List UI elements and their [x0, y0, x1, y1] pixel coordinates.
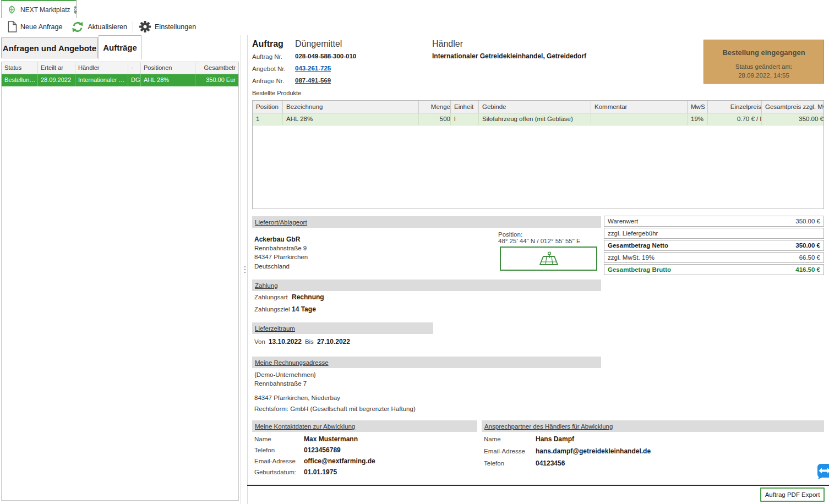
total-label: Gesamtbetrag Brutto: [608, 266, 671, 273]
offer-number-label: Angebot Nr.: [252, 65, 286, 72]
cell-kommentar: [591, 113, 688, 125]
my-birthdate-value: 01.01.1975: [304, 468, 337, 476]
toolbar: Neue Anfrage Aktualisieren: [0, 18, 829, 35]
dealer-name-value: Hans Dampf: [536, 435, 574, 443]
payment-term-value: 14 Tage: [292, 305, 316, 313]
dealer-name: Internationaler Getreidekleinhandel, Get…: [432, 52, 586, 60]
show-map-button[interactable]: [500, 246, 597, 271]
total-row-mwst: zzgl. MwSt. 19% 66.50 €: [604, 252, 824, 263]
billing-address-header: Meine Rechnungsadresse: [252, 357, 601, 368]
payment-header: Zahlung: [252, 280, 601, 291]
close-icon[interactable]: ×: [74, 6, 77, 14]
my-phone-label: Telefon: [254, 447, 275, 453]
total-row-netto: Gesamtbetrag Netto 350.00 €: [604, 240, 824, 251]
order-number-value: 028-049-588-300-010: [295, 53, 356, 59]
cell-gebinde: Silofahrzeug offen (mit Gebläse): [479, 113, 591, 125]
to-label: Bis: [305, 338, 314, 345]
tab-next-marktplatz[interactable]: NEXT Marktplatz ×: [1, 0, 77, 18]
remote-support-icon[interactable]: [817, 463, 829, 481]
billing-line-1: {Demo-Unternehmen}: [254, 371, 316, 378]
dealer-phone-label: Telefon: [484, 460, 504, 467]
delivery-period-row: Von 13.10.2022 Bis 27.10.2022: [254, 338, 350, 346]
total-value: 350.00 €: [795, 242, 820, 249]
col-einheit[interactable]: Einheit: [451, 101, 479, 113]
total-label: zzgl. Liefergebühr: [608, 230, 658, 237]
dealer-phone-value: 04123456: [536, 459, 565, 467]
delivery-period-header: Lieferzeitraum: [252, 322, 433, 334]
billing-line-3: 84347 Pfarrkirchen, Niederbay: [254, 395, 340, 401]
pdf-export-button[interactable]: Auftrag PDF Export: [760, 487, 825, 502]
cell-einzelpreis: 0.70 € / l: [708, 113, 762, 125]
col-position[interactable]: Position: [253, 101, 283, 113]
settings-button[interactable]: Einstellungen: [134, 19, 200, 35]
product-row[interactable]: 1 AHL 28% 500 l Silofahrzeug offen (mit …: [253, 113, 823, 125]
cell-status: Bestellun…: [2, 74, 38, 86]
col-bezeichnung[interactable]: Bezeichnung: [283, 101, 419, 113]
refresh-label: Aktualisieren: [88, 23, 127, 31]
tab-title: NEXT Marktplatz: [20, 6, 70, 14]
position-coordinates: 48° 25' 44" N / 012° 55' 55" E: [498, 238, 581, 244]
col-einzelpreis[interactable]: Einzelpreis: [708, 101, 762, 113]
billing-line-4: Rechtsform: GmbH (Gesellschaft mit begre…: [254, 406, 416, 412]
cell-positionen: AHL 28%: [141, 74, 195, 86]
footer-divider: [247, 485, 829, 486]
from-date: 13.10.2022: [269, 338, 302, 346]
col-gesamtbetrag[interactable]: Gesamtbetr: [195, 62, 238, 74]
my-birthdate-label: Geburtsdatum:: [254, 469, 296, 475]
request-number-link[interactable]: 087-491-569: [295, 77, 331, 84]
col-kommentar[interactable]: Kommentar: [591, 101, 688, 113]
dealer-email-label: Email-Adresse: [484, 448, 525, 454]
order-category: Düngemittel: [295, 39, 342, 49]
cell-haendler: Internationaler …: [75, 74, 128, 86]
col-positionen[interactable]: Positionen: [141, 62, 195, 74]
order-status-box: Bestellung eingegangen Status geändert a…: [703, 40, 824, 84]
dealer-email-value: hans.dampf@getreidekleinhandel.de: [536, 447, 651, 455]
col-gebinde[interactable]: Gebinde: [479, 101, 591, 113]
my-email-value: office@nextfarming.de: [304, 457, 375, 465]
col-mwst[interactable]: MwS: [688, 101, 708, 113]
next-logo-icon: [7, 5, 17, 14]
products-header: Position Bezeichnung Menge Einheit Gebin…: [253, 101, 823, 113]
orders-list: Status Erteilt ar Händler · Positionen G…: [1, 62, 239, 501]
tab-anfragen-und-angebote[interactable]: Anfragen und Angebote: [1, 37, 98, 58]
dealer-contact-header-label: Ansprechpartner des Händlers für Abwickl…: [484, 423, 613, 430]
position-label: Position:: [498, 231, 522, 238]
cell-position: 1: [253, 113, 283, 125]
delivery-location-header-label: Lieferort/Ablageort: [255, 219, 307, 226]
pdf-export-label: Auftrag PDF Export: [765, 491, 820, 498]
order-number-label: Auftrag Nr.: [252, 53, 282, 60]
total-value: 350.00 €: [795, 218, 820, 224]
splitter-line-left: [241, 35, 241, 504]
refresh-icon: [71, 21, 84, 33]
delivery-country: Deutschland: [254, 263, 290, 270]
app-window: NEXT Marktplatz × Neue Anfrage: [0, 0, 829, 504]
col-typ[interactable]: ·: [128, 62, 141, 74]
payment-type-value: Rechnung: [292, 293, 324, 301]
offer-number-link[interactable]: 043-261-725: [295, 65, 331, 72]
total-row-warenwert: Warenwert 350.00 €: [604, 216, 824, 227]
order-row-selected[interactable]: Bestellun… 28.09.2022 Internationaler … …: [2, 74, 238, 86]
new-request-button[interactable]: Neue Anfrage: [3, 19, 67, 35]
delivery-location-header: Lieferort/Ablageort: [252, 216, 601, 228]
col-gesamtpreis[interactable]: Gesamtpreis zzgl. MwS: [762, 101, 823, 113]
settings-label: Einstellungen: [155, 23, 196, 31]
my-contact-header-label: Meine Kontaktdaten zur Abwicklung: [255, 423, 355, 430]
tab-auftraege[interactable]: Aufträge: [99, 35, 141, 59]
orders-list-header: Status Erteilt ar Händler · Positionen G…: [2, 62, 238, 74]
cell-bezeichnung: AHL 28%: [283, 113, 419, 125]
refresh-button[interactable]: Aktualisieren: [67, 19, 132, 35]
dealer-heading: Händler: [432, 39, 463, 49]
status-title: Bestellung eingegangen: [704, 48, 823, 57]
dealer-name-label: Name: [484, 436, 501, 442]
total-value: 66.50 €: [799, 254, 820, 261]
total-label: zzgl. MwSt. 19%: [608, 254, 655, 261]
col-haendler[interactable]: Händler: [75, 62, 128, 74]
dealer-contact-header: Ansprechpartner des Händlers für Abwickl…: [482, 420, 824, 432]
col-status[interactable]: Status: [2, 62, 38, 74]
my-contact-header: Meine Kontaktdaten zur Abwicklung: [252, 420, 477, 432]
status-timestamp: 28.09.2022, 14:55: [704, 72, 823, 79]
status-subtitle: Status geändert am:: [704, 63, 823, 70]
cell-typ: DGM: [128, 74, 141, 86]
col-erteilt-am[interactable]: Erteilt ar: [38, 62, 75, 74]
col-menge[interactable]: Menge: [419, 101, 451, 113]
